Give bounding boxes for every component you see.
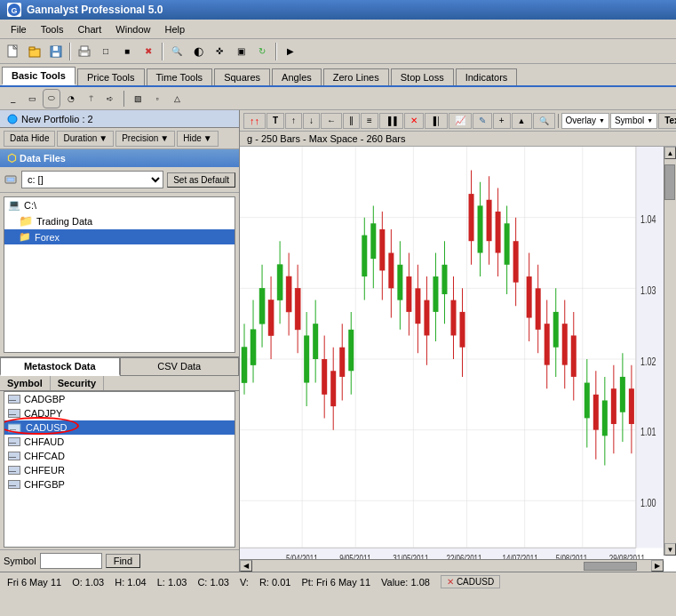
down-arrow-btn[interactable]: ↓: [303, 113, 320, 129]
sym-icon-cadjpy: ―: [8, 409, 20, 418]
minus-btn[interactable]: ▲: [512, 113, 532, 129]
draw-rounded-btn[interactable]: ⬭: [43, 89, 60, 108]
overlay-dropdown[interactable]: Overlay: [561, 113, 609, 129]
menu-chart[interactable]: Chart: [70, 22, 108, 36]
menu-help[interactable]: Help: [157, 22, 192, 36]
tab-csv[interactable]: CSV Data: [120, 357, 240, 376]
draw-arc-btn[interactable]: ◔: [62, 89, 80, 108]
draw-arrow-btn[interactable]: ➪: [101, 89, 119, 108]
find-btn[interactable]: Find: [106, 554, 140, 568]
svg-rect-5: [29, 47, 35, 50]
t-btn[interactable]: T: [266, 113, 284, 129]
svg-text:1.04: 1.04: [640, 213, 656, 226]
tab-zero-lines[interactable]: Zero Lines: [323, 68, 389, 85]
candlestick-chart: 1.04 1.03 1.02 1.01 1.00 5/04/2011 9/05/…: [240, 147, 676, 572]
symbol-search-input[interactable]: [40, 553, 102, 569]
status-symbol-tag[interactable]: ✕ CADUSD: [441, 575, 500, 588]
svg-rect-83: [478, 205, 483, 252]
status-bar: Fri 6 May 11 O: 1.03 H: 1.04 L: 1.03 C: …: [0, 572, 676, 591]
sym-chfaud[interactable]: ― CHFAUD: [4, 435, 235, 449]
chart-vscrollbar[interactable]: ▲ ▼: [664, 147, 676, 556]
precision-btn[interactable]: Precision ▼: [115, 131, 175, 147]
cursor-btn[interactable]: ▶: [281, 42, 300, 61]
sym-chfeur[interactable]: ― CHFEUR: [4, 463, 235, 477]
svg-rect-11: [81, 52, 88, 56]
tab-squares[interactable]: Squares: [214, 68, 270, 85]
sym-cadgbp[interactable]: ― CADGBP: [4, 392, 235, 406]
save-btn[interactable]: [46, 42, 66, 61]
tab-angles[interactable]: Angles: [272, 68, 322, 85]
svg-rect-109: [602, 400, 608, 436]
pencil-btn[interactable]: ✎: [473, 113, 492, 129]
svg-text:1.01: 1.01: [640, 426, 656, 438]
draw-rect2-btn[interactable]: ▧: [129, 89, 147, 108]
bars-btn[interactable]: ▐▐: [379, 113, 403, 129]
drive-selector[interactable]: c: []: [21, 171, 163, 188]
open-btn[interactable]: [25, 42, 44, 61]
calc-btn[interactable]: ▣: [231, 42, 251, 61]
sym-icon-chfaud: ―: [8, 437, 20, 446]
tab-stop-loss[interactable]: Stop Loss: [391, 68, 454, 85]
hscroll-left[interactable]: ◀: [240, 560, 252, 572]
draw-rect-btn[interactable]: ▭: [23, 89, 41, 108]
vscroll-up[interactable]: ▲: [664, 147, 676, 159]
copy-btn[interactable]: □: [96, 42, 115, 61]
tree-item-drive[interactable]: 💻 C:\: [4, 197, 235, 212]
candlestick-btn[interactable]: ▐│: [425, 113, 448, 129]
menu-tools[interactable]: Tools: [34, 22, 71, 36]
chart-hscrollbar[interactable]: ◀ ▶: [240, 559, 664, 572]
zoom-btn[interactable]: 🔍: [167, 42, 187, 61]
line-chart-btn[interactable]: 📈: [449, 113, 472, 129]
zoom-in-btn[interactable]: ◐: [188, 42, 208, 61]
draw-triangle-btn[interactable]: △: [168, 89, 186, 108]
hide-btn[interactable]: Hide ▼: [177, 131, 218, 147]
sym-chfcad[interactable]: ― CHFCAD: [4, 449, 235, 463]
text-btn[interactable]: Text: [658, 113, 676, 129]
left-arr-btn[interactable]: ←: [321, 113, 342, 129]
zoom-chart-btn[interactable]: 🔍: [533, 113, 555, 129]
data-hide-btn[interactable]: Data Hide: [4, 131, 55, 147]
plus-btn[interactable]: +: [493, 113, 511, 129]
sym-cadusd[interactable]: ― CADUSD: [4, 420, 235, 435]
vscroll-thumb[interactable]: [664, 164, 675, 200]
tab-metastock[interactable]: Metastock Data: [0, 357, 120, 376]
vscroll-down[interactable]: ▼: [664, 543, 676, 556]
menu-file[interactable]: File: [4, 22, 34, 36]
portfolio-tab[interactable]: New Portfolio : 2: [7, 114, 93, 124]
draw-square-btn[interactable]: ▫: [148, 89, 166, 108]
draw-wave-btn[interactable]: ⍑: [82, 89, 99, 108]
draw-line-btn[interactable]: ⎯: [4, 89, 21, 108]
duration-btn[interactable]: Duration ▼: [57, 131, 114, 147]
svg-rect-57: [362, 236, 367, 276]
up-arrow-btn[interactable]: ↑: [285, 113, 302, 129]
crosshair-btn[interactable]: ✜: [210, 42, 229, 61]
new-btn[interactable]: [4, 42, 23, 61]
set-default-btn[interactable]: Set as Default: [167, 172, 235, 188]
symbol-dropdown[interactable]: Symbol: [610, 113, 657, 129]
close-x-btn[interactable]: ✕: [404, 113, 424, 129]
paste-btn[interactable]: ■: [117, 42, 137, 61]
chart-canvas[interactable]: 1.04 1.03 1.02 1.01 1.00 5/04/2011 9/05/…: [240, 147, 676, 572]
tree-item-trading[interactable]: 📁 Trading Data: [4, 212, 235, 229]
delete-btn[interactable]: ✖: [139, 42, 158, 61]
sym-cadjpy[interactable]: ― CADJPY: [4, 406, 235, 420]
double-bar-btn[interactable]: ‖: [343, 113, 360, 129]
tree-item-forex[interactable]: 📁 Forex: [4, 229, 235, 244]
hscroll-thumb[interactable]: [584, 562, 637, 571]
symbol-list[interactable]: ― CADGBP ― CADJPY ― CADUSD ― CHFAUD ― CH…: [4, 391, 235, 548]
menu-window[interactable]: Window: [108, 22, 157, 36]
col-symbol[interactable]: Symbol: [0, 376, 51, 390]
triple-bar-btn[interactable]: ≡: [361, 113, 378, 129]
refresh-btn[interactable]: ↻: [252, 42, 272, 61]
hscroll-right[interactable]: ▶: [651, 560, 664, 572]
svg-rect-87: [496, 212, 501, 252]
drive-icon: [4, 172, 18, 187]
col-security[interactable]: Security: [51, 376, 104, 390]
tab-time-tools[interactable]: Time Tools: [147, 68, 213, 85]
sym-chfgbp[interactable]: ― CHFGBP: [4, 477, 235, 492]
tab-price-tools[interactable]: Price Tools: [77, 68, 145, 85]
tab-indicators[interactable]: Indicators: [456, 68, 518, 85]
tab-basic-tools[interactable]: Basic Tools: [2, 67, 76, 85]
signal-up-btn[interactable]: ↑↑: [243, 113, 266, 129]
print-btn[interactable]: [75, 42, 94, 61]
